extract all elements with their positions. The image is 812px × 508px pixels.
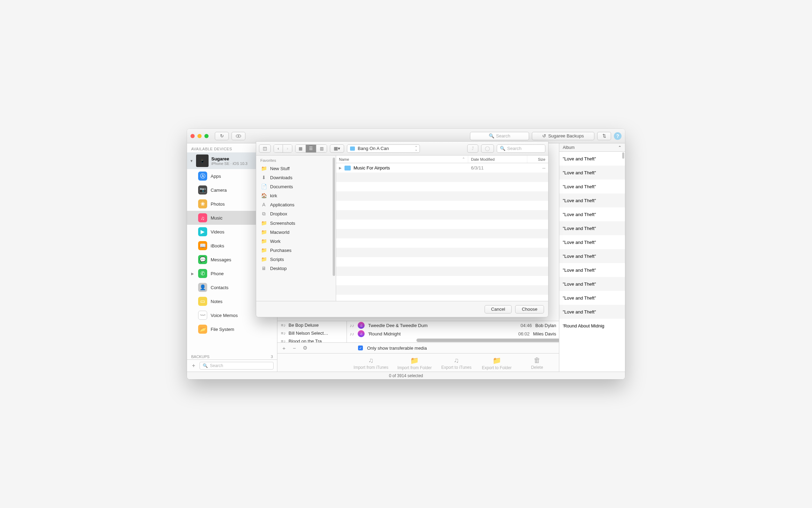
favorite-item[interactable]: ⧉Dropbox [256, 209, 336, 219]
favorite-item[interactable]: 📄Documents [256, 182, 336, 191]
album-cell[interactable]: "Love and Theft" [559, 291, 625, 305]
list-view-button[interactable]: ☰ [306, 145, 316, 152]
album-cell[interactable]: "Love and Theft" [559, 221, 625, 235]
favorite-item[interactable]: 📁New Stuff [256, 164, 336, 173]
file-date: 6/3/11 [468, 165, 527, 170]
date-column[interactable]: Date Modified [468, 156, 527, 163]
file-row [336, 248, 548, 257]
album-cell[interactable]: "Love and Theft" [559, 277, 625, 291]
size-column[interactable]: Size [527, 156, 548, 163]
file-row [336, 173, 548, 182]
tags-button[interactable]: ◯ [481, 144, 494, 153]
album-cell[interactable]: "Love and Theft" [559, 263, 625, 277]
album-browser-item[interactable]: ≡♪Bill Nelson Select… [277, 329, 347, 337]
album-cell[interactable]: "Love and Theft" [559, 207, 625, 221]
track-row[interactable]: ♪♪♫Tweedle Dee & Tweedle Dum04:46Bob Dyl… [347, 321, 559, 330]
transfers-button[interactable]: ⇅ [597, 132, 611, 140]
track-row[interactable]: ♪♪♫'Round Midnight06:02Miles Davis [347, 330, 559, 338]
reload-button[interactable]: ↻ [215, 132, 229, 140]
dialog-search[interactable]: 🔍 Search [497, 144, 545, 153]
remove-button[interactable]: − [291, 345, 298, 351]
folder-icon: 🏠 [261, 193, 267, 198]
group-view-button[interactable]: ▦▾ [330, 144, 344, 153]
choose-button[interactable]: Choose [515, 305, 544, 313]
folder-icon: 📁 [261, 256, 267, 262]
file-name: Music For Airports [354, 165, 390, 170]
column-view-button[interactable]: ▥ [316, 145, 327, 152]
favorite-item[interactable]: 📁Screenshots [256, 219, 336, 228]
photos-icon: ❀ [198, 199, 207, 208]
folder-icon [350, 146, 355, 151]
sidebar-item-label: File System [211, 327, 234, 332]
album-browser: ≡♪Be Bop Deluxe≡♪Bill Nelson Select…≡♪Bl… [277, 321, 347, 342]
favorite-item[interactable]: 📁Work [256, 237, 336, 246]
album-browser-item[interactable]: ≡♪Be Bop Deluxe [277, 321, 347, 329]
export-to-folder-button[interactable]: 📁Export to Folder [481, 356, 512, 370]
close-icon[interactable] [190, 134, 195, 138]
album-cell[interactable]: 'Round About Midnig [559, 319, 625, 333]
v-scrollbar[interactable] [622, 152, 624, 159]
file-list-body: ▶Music For Airports6/3/11-- [336, 163, 548, 301]
folder-icon: 📁 [410, 356, 419, 365]
album-header[interactable]: Album ⌃ [559, 143, 625, 152]
album-browser-item[interactable]: ≡♪Blood on the Tra [277, 337, 347, 342]
messages-icon: 💬 [198, 255, 207, 264]
album-cell[interactable]: "Love and Theft" [559, 249, 625, 263]
gear-icon[interactable]: ⚙ [302, 345, 308, 351]
share-button[interactable]: ⤴ [467, 144, 478, 153]
only-transferable-checkbox[interactable]: ✓ [358, 346, 363, 350]
album-cell[interactable]: "Love and Theft" [559, 180, 625, 193]
favorite-item[interactable]: 🏠kirk [256, 191, 336, 200]
v-scrollbar[interactable] [333, 158, 335, 276]
file-row[interactable]: ▶Music For Airports6/3/11-- [336, 163, 548, 173]
scrollbar-thumb[interactable] [416, 339, 559, 342]
track-artist: Bob Dylan [535, 323, 556, 328]
eye-icon [236, 134, 241, 138]
album-cell[interactable]: "Love and Theft" [559, 305, 625, 319]
favorite-item[interactable]: 🖥Desktop [256, 264, 336, 273]
album-cell[interactable]: "Love and Theft" [559, 235, 625, 249]
export-to-itunes-button[interactable]: ♫Export to iTunes [441, 356, 472, 370]
view-mode-segment: ▦ ☰ ▥ [295, 144, 327, 153]
help-button[interactable]: ? [614, 132, 622, 140]
quicklook-button[interactable] [232, 132, 245, 140]
album-cell[interactable]: "Love and Theft" [559, 152, 625, 166]
disclosure-triangle-icon[interactable]: ▼ [190, 159, 193, 163]
folder-popup[interactable]: Bang On A Can ⌃⌄ [347, 144, 420, 153]
track-title: Tweedle Dee & Tweedle Dum [368, 323, 517, 328]
disclosure-triangle-icon[interactable]: ▶ [191, 272, 195, 276]
delete-button[interactable]: 🗑Delete [521, 356, 553, 370]
search-icon: 🔍 [500, 146, 505, 151]
favorite-item[interactable]: 📁Scripts [256, 255, 336, 264]
add-backup-button[interactable]: + [190, 363, 197, 369]
file-size: -- [527, 165, 548, 170]
import-from-folder-button[interactable]: 📁Import from Folder [397, 356, 432, 370]
toolbar-search[interactable]: 🔍 Search [470, 132, 529, 140]
zoom-icon[interactable] [204, 134, 209, 138]
phone-icon: ✆ [198, 269, 207, 278]
album-cell[interactable]: "Love and Theft" [559, 166, 625, 180]
file-list: Name⌃ Date Modified Size ▶Music For Airp… [336, 156, 548, 301]
background-music-list: ≡♪Be Bop Deluxe≡♪Bill Nelson Select…≡♪Bl… [277, 321, 559, 372]
cancel-button[interactable]: Cancel [485, 305, 512, 313]
favorite-item[interactable]: 📁Macworld [256, 228, 336, 237]
sidebar-toggle-button[interactable]: ◫ [259, 144, 271, 153]
import-from-itunes-button[interactable]: ♫Import from iTunes [354, 356, 388, 370]
favorite-item[interactable]: ⬇Downloads [256, 173, 336, 182]
sidebar-item-fs[interactable]: 📂File System [187, 322, 277, 336]
backups-button[interactable]: ↺ Sugaree Backups [532, 132, 594, 140]
icon-view-button[interactable]: ▦ [295, 145, 306, 152]
folder-icon: ⧉ [261, 211, 267, 217]
favorite-item[interactable]: AApplications [256, 200, 336, 209]
back-button[interactable]: ‹ [274, 145, 283, 152]
album-cell[interactable]: "Love and Theft" [559, 193, 625, 207]
add-button[interactable]: + [281, 345, 287, 351]
forward-button[interactable]: › [283, 145, 292, 152]
name-column[interactable]: Name⌃ [336, 156, 468, 163]
favorite-item[interactable]: 📁Purchases [256, 246, 336, 255]
minimize-icon[interactable] [197, 134, 202, 138]
sidebar-search[interactable]: 🔍 Search [200, 362, 274, 370]
file-list-header: Name⌃ Date Modified Size [336, 156, 548, 163]
h-scrollbar[interactable] [416, 339, 556, 342]
disclosure-triangle-icon[interactable]: ▶ [339, 166, 342, 170]
